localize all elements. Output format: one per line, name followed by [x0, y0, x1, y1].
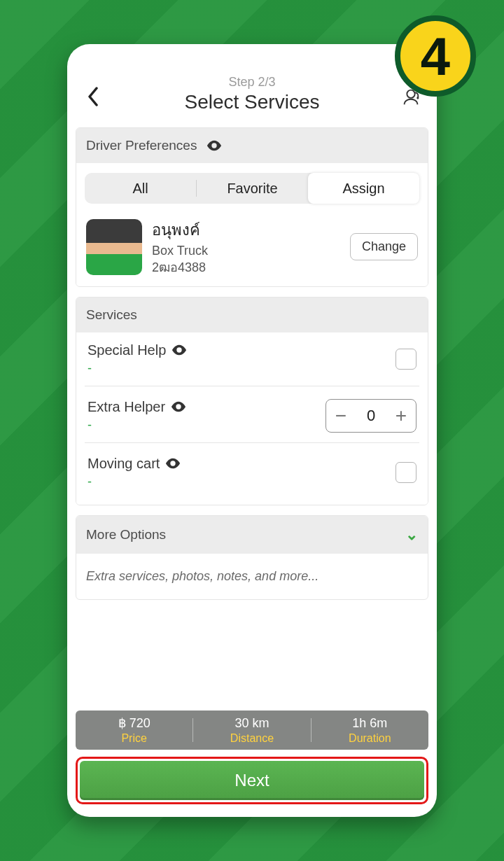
chevron-down-icon: ⌄ — [405, 526, 418, 544]
bottom-bar: ฿ 720 Price 30 km Distance 1h 6m Duratio… — [67, 704, 437, 817]
summary-price-label: Price — [121, 732, 146, 745]
summary-distance: 30 km Distance — [193, 710, 310, 750]
tab-assign[interactable]: Assign — [308, 173, 419, 204]
more-options-title: More Options — [86, 527, 166, 542]
eye-icon[interactable] — [165, 458, 181, 469]
services-card: Services Special Help - — [76, 297, 428, 505]
service-title: Moving cart — [88, 456, 160, 472]
special-help-checkbox[interactable] — [396, 349, 416, 370]
more-options-header[interactable]: More Options ⌄ — [76, 516, 428, 554]
eye-icon[interactable] — [206, 140, 222, 151]
driver-name: อนุพงค์ — [152, 218, 340, 242]
more-options-card: More Options ⌄ Extra services, photos, n… — [76, 515, 428, 600]
service-price: - — [88, 418, 318, 433]
section-title: Services — [86, 307, 137, 323]
svg-point-0 — [407, 90, 414, 98]
extra-helper-stepper: − 0 + — [326, 399, 416, 433]
driver-vehicle-type: Box Truck — [152, 242, 340, 259]
stepper-decrement[interactable]: − — [326, 400, 356, 432]
service-item-special-help: Special Help - — [85, 335, 419, 386]
driver-avatar — [86, 219, 142, 275]
moving-cart-checkbox[interactable] — [396, 462, 416, 483]
more-options-hint: Extra services, photos, notes, and more.… — [76, 554, 428, 599]
page-title: Select Services — [80, 91, 424, 113]
driver-filter-tabs: All Favorite Assign — [85, 173, 419, 204]
driver-preferences-card: Driver Preferences All Favorite Assign อ… — [76, 127, 428, 287]
service-title: Extra Helper — [88, 399, 165, 415]
change-driver-button[interactable]: Change — [350, 233, 418, 260]
step-label: Step 2/3 — [80, 75, 424, 90]
chevron-left-icon — [87, 87, 99, 106]
service-price: - — [88, 475, 388, 489]
section-header-services: Services — [76, 298, 428, 332]
section-header-driver-prefs: Driver Preferences — [76, 128, 428, 163]
service-item-extra-helper: Extra Helper - − 0 + — [85, 386, 419, 442]
stepper-value: 0 — [356, 407, 386, 425]
service-title: Special Help — [88, 342, 166, 358]
eye-icon[interactable] — [171, 401, 186, 412]
section-title: Driver Preferences — [86, 138, 197, 153]
summary-distance-value: 30 km — [234, 716, 269, 731]
phone-frame: Step 2/3 Select Services Driver Preferen… — [67, 44, 437, 817]
back-button[interactable] — [81, 85, 105, 108]
tab-favorite[interactable]: Favorite — [197, 173, 308, 204]
next-button[interactable]: Next — [80, 761, 424, 800]
service-item-moving-cart: Moving cart - — [85, 442, 419, 499]
summary-distance-label: Distance — [230, 732, 274, 745]
stepper-increment[interactable]: + — [386, 400, 416, 432]
svg-rect-1 — [416, 97, 419, 99]
summary-duration-value: 1h 6m — [352, 716, 387, 731]
summary-duration: 1h 6m Duration — [312, 710, 428, 750]
tutorial-step-badge: 4 — [395, 15, 476, 97]
tab-all[interactable]: All — [85, 173, 196, 204]
assigned-driver-row: อนุพงค์ Box Truck 2ฒอ4388 Change — [85, 214, 419, 278]
service-price: - — [88, 361, 388, 376]
next-button-highlight: Next — [76, 757, 428, 804]
driver-plate: 2ฒอ4388 — [152, 259, 340, 276]
summary-price: ฿ 720 Price — [76, 710, 192, 750]
driver-info: อนุพงค์ Box Truck 2ฒอ4388 — [152, 218, 340, 276]
summary-price-value: ฿ 720 — [118, 715, 150, 731]
summary-bar: ฿ 720 Price 30 km Distance 1h 6m Duratio… — [76, 710, 428, 750]
header: Step 2/3 Select Services — [67, 44, 437, 123]
eye-icon[interactable] — [172, 344, 187, 356]
summary-duration-label: Duration — [349, 732, 391, 745]
